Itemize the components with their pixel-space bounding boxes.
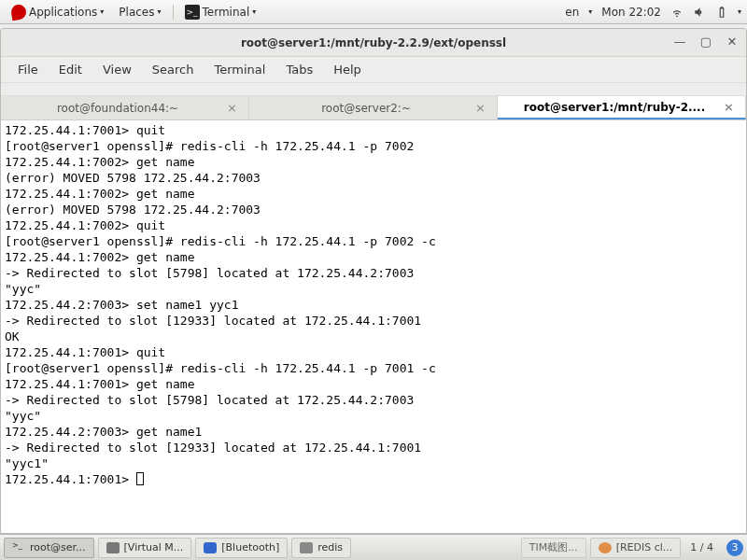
cursor (136, 472, 144, 485)
task-label: [Virtual M... (124, 541, 184, 553)
firefox-icon (599, 542, 612, 553)
chevron-down-icon: ▾ (738, 7, 741, 16)
task-label: TIM截图... (529, 540, 578, 554)
wifi-icon[interactable] (670, 6, 684, 19)
chevron-down-icon: ▾ (588, 7, 592, 16)
clock[interactable]: Mon 22:02 (601, 6, 661, 19)
tab-foundation44[interactable]: root@foundation44:~ × (1, 96, 249, 119)
menu-search[interactable]: Search (143, 59, 204, 80)
places-menu[interactable]: Places ▾ (113, 4, 166, 21)
tab-strip: root@foundation44:~ × root@server2:~ × r… (1, 96, 746, 120)
desktop-taskbar: >_ root@ser... [Virtual M... [Bluetooth]… (0, 534, 747, 560)
minimize-button[interactable]: — (671, 33, 688, 49)
vm-icon (106, 542, 120, 553)
menu-edit[interactable]: Edit (49, 59, 92, 80)
taskbar-task[interactable]: [Virtual M... (98, 538, 192, 558)
terminal-window: root@server1:/mnt/ruby-2.2.9/ext/openssl… (0, 28, 747, 534)
menu-help[interactable]: Help (324, 59, 371, 80)
chevron-down-icon: ▾ (157, 7, 161, 16)
task-label: root@ser... (30, 541, 86, 553)
tab-close-icon[interactable]: × (225, 101, 239, 115)
task-label: [Bluetooth] (221, 541, 279, 553)
menu-file[interactable]: File (8, 59, 48, 80)
applications-label: Applications (29, 6, 97, 19)
terminal-icon: >_ (12, 541, 25, 554)
menubar: File Edit View Search Terminal Tabs Help (1, 57, 746, 83)
taskbar-task[interactable]: TIM截图... (521, 538, 586, 558)
desktop-top-bar: Applications ▾ Places ▾ >_ Terminal ▾ en… (0, 0, 747, 24)
task-label: [REDIS cl... (616, 541, 673, 553)
tab-label: root@server1:/mnt/ruby-2.... (507, 101, 722, 114)
volume-icon[interactable] (693, 6, 706, 19)
taskbar-task[interactable]: >_ root@ser... (4, 538, 94, 558)
applications-menu[interactable]: Applications ▾ (6, 3, 109, 21)
close-button[interactable]: ✕ (724, 33, 740, 49)
keyboard-layout-indicator[interactable]: en (565, 6, 579, 19)
titlebar[interactable]: root@server1:/mnt/ruby-2.2.9/ext/openssl… (1, 29, 746, 57)
tab-label: root@server2:~ (259, 102, 473, 115)
menu-terminal[interactable]: Terminal (204, 59, 275, 80)
menu-tabs[interactable]: Tabs (276, 59, 322, 80)
chevron-down-icon: ▾ (252, 7, 256, 16)
tab-close-icon[interactable]: × (473, 101, 487, 115)
divider (173, 5, 174, 20)
chevron-down-icon: ▾ (100, 7, 104, 16)
bluetooth-icon (204, 542, 217, 553)
terminal-icon: >_ (185, 5, 200, 20)
taskbar-task[interactable]: redis (291, 538, 351, 558)
places-label: Places (119, 6, 154, 19)
active-app-menu[interactable]: >_ Terminal ▾ (179, 3, 262, 21)
toolbar-spacer (1, 83, 746, 96)
taskbar-task[interactable]: [Bluetooth] (195, 538, 288, 558)
notification-badge[interactable]: 3 (726, 539, 743, 556)
tab-server1[interactable]: root@server1:/mnt/ruby-2.... × (498, 96, 746, 119)
task-label: redis (317, 541, 343, 553)
tab-label: root@foundation44:~ (10, 102, 225, 115)
maximize-button[interactable]: ▢ (698, 33, 714, 49)
redhat-icon (10, 3, 28, 21)
active-app-label: Terminal (203, 6, 250, 19)
tab-server2[interactable]: root@server2:~ × (249, 96, 498, 119)
terminal-content[interactable]: 172.25.44.1:7001> quit [root@server1 ope… (1, 120, 746, 533)
workspace-indicator[interactable]: 1 / 4 (684, 541, 719, 553)
menu-view[interactable]: View (93, 59, 141, 80)
tab-close-icon[interactable]: × (722, 100, 736, 114)
taskbar-task[interactable]: [REDIS cl... (590, 538, 682, 558)
window-title: root@server1:/mnt/ruby-2.2.9/ext/openssl (241, 36, 506, 49)
battery-icon[interactable] (715, 6, 728, 19)
file-icon (300, 542, 313, 553)
